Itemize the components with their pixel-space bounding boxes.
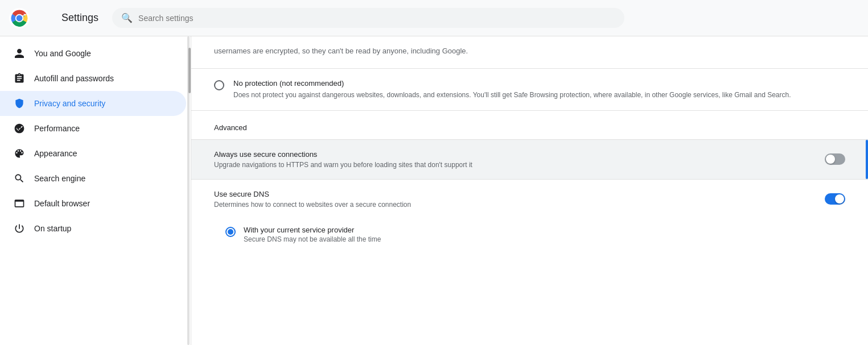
sidebar-item-autofill[interactable]: Autofill and passwords	[0, 66, 186, 91]
sidebar-item-privacy-label: Privacy and security	[34, 99, 105, 108]
secure-dns-info: Use secure DNS Determines how to connect…	[214, 190, 825, 209]
current-provider-option[interactable]: With your current service provider Secur…	[191, 219, 868, 250]
sidebar-item-you-and-google[interactable]: You and Google	[0, 41, 186, 66]
no-protection-option[interactable]: No protection (not recommended) Does not…	[191, 69, 868, 111]
sidebar-item-default-browser[interactable]: Default browser	[0, 191, 186, 216]
gauge-icon	[14, 123, 25, 134]
sidebar-item-search-engine-label: Search engine	[34, 174, 85, 183]
sidebar-item-you-and-google-label: You and Google	[34, 49, 91, 58]
secure-dns-toggle-knob	[835, 194, 844, 203]
current-provider-radio[interactable]	[225, 227, 236, 237]
always-https-row: Always use secure connections Upgrade na…	[191, 139, 868, 179]
main-layout: You and Google Autofill and passwords Pr…	[0, 36, 868, 345]
always-https-toggle-knob	[826, 155, 835, 164]
current-provider-text: With your current service provider Secur…	[244, 226, 381, 243]
content-area: usernames are encrypted, so they can't b…	[191, 36, 868, 345]
sidebar-item-performance[interactable]: Performance	[0, 116, 186, 141]
sidebar-scrollbar[interactable]	[187, 36, 191, 345]
clipboard-icon	[14, 73, 25, 84]
search-input[interactable]	[138, 14, 615, 23]
sidebar-item-on-startup[interactable]: On startup	[0, 216, 186, 241]
scroll-indicator	[866, 140, 868, 179]
shield-icon	[14, 98, 25, 109]
secure-dns-toggle[interactable]	[825, 193, 845, 205]
sidebar-item-privacy[interactable]: Privacy and security	[0, 91, 186, 116]
header-title: Settings	[61, 12, 98, 24]
sidebar-item-autofill-label: Autofill and passwords	[34, 74, 114, 83]
sidebar-item-default-browser-label: Default browser	[34, 199, 90, 208]
secure-dns-row: Use secure DNS Determines how to connect…	[191, 179, 868, 219]
search-icon: 🔍	[121, 13, 133, 23]
advanced-section: Advanced	[191, 111, 868, 139]
svg-point-4	[17, 15, 23, 22]
person-icon	[14, 48, 25, 59]
sidebar-item-appearance-label: Appearance	[34, 149, 77, 158]
sidebar-item-performance-label: Performance	[34, 124, 80, 133]
browser-icon	[14, 198, 25, 209]
always-https-info: Always use secure connections Upgrade na…	[214, 150, 825, 169]
chrome-logo-main	[9, 8, 30, 28]
search-engine-icon	[14, 173, 25, 184]
top-text: usernames are encrypted, so they can't b…	[191, 36, 868, 69]
no-protection-radio[interactable]	[214, 80, 224, 90]
sidebar-item-search-engine[interactable]: Search engine	[0, 166, 186, 191]
sidebar-item-on-startup-label: On startup	[34, 224, 71, 233]
no-protection-text: No protection (not recommended) Does not…	[233, 79, 791, 100]
power-icon	[14, 223, 25, 234]
palette-icon	[14, 148, 25, 159]
header: Settings 🔍	[0, 0, 868, 36]
search-bar: 🔍	[112, 8, 624, 28]
sidebar: You and Google Autofill and passwords Pr…	[0, 36, 191, 345]
always-https-toggle[interactable]	[825, 153, 845, 165]
sidebar-item-appearance[interactable]: Appearance	[0, 141, 186, 166]
